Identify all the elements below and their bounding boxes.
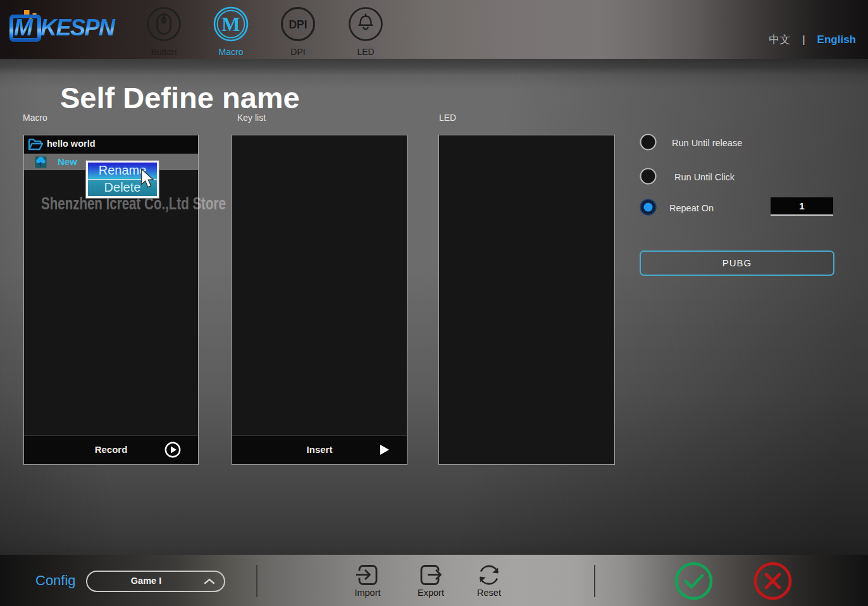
svg-text:M: M [221, 13, 240, 35]
svg-text:KESPN: KESPN [40, 15, 116, 40]
svg-text:M: M [14, 15, 34, 40]
svg-text:DPI: DPI [288, 18, 307, 31]
